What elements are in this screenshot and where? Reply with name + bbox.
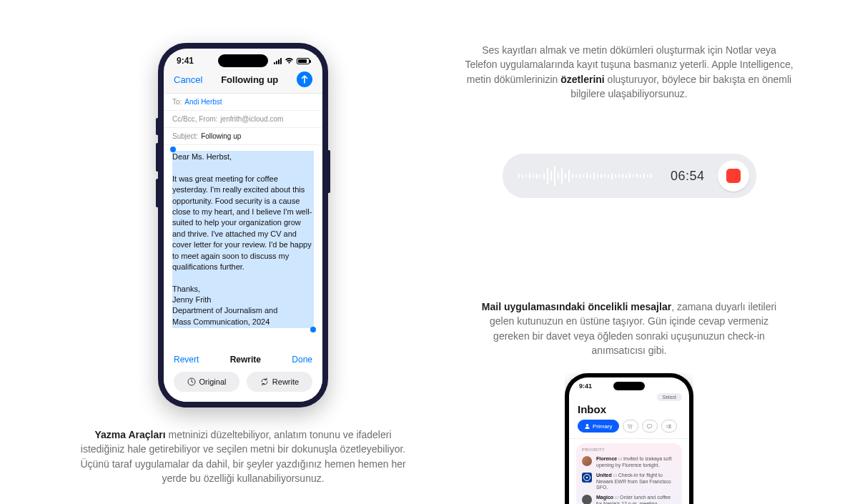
message-body: Florence ⊡ Invited to izakaya soft openi… bbox=[596, 456, 676, 468]
phone-mockup-inbox: 9:41 Select Inbox Primary PRIORITY bbox=[565, 373, 693, 504]
caption-recordings-bold: özetlerini bbox=[560, 74, 604, 85]
message-from: United bbox=[596, 473, 612, 478]
svg-point-1 bbox=[586, 424, 589, 427]
dynamic-island bbox=[613, 382, 645, 390]
clock-icon bbox=[187, 377, 196, 386]
inbox-screen: 9:41 Select Inbox Primary PRIORITY bbox=[569, 377, 689, 504]
svg-rect-4 bbox=[647, 425, 651, 428]
compose-title: Following up bbox=[221, 74, 278, 85]
cc-field[interactable]: Cc/Bcc, From: jenfrith@icloud.com bbox=[164, 111, 322, 128]
message-from: Magico bbox=[596, 495, 613, 500]
rewrite-label: Rewrite bbox=[272, 377, 299, 386]
select-button[interactable]: Select bbox=[657, 393, 682, 401]
status-icons bbox=[274, 57, 310, 64]
megaphone-icon bbox=[666, 423, 672, 430]
message-from: Florence bbox=[596, 456, 617, 461]
filter-cart[interactable] bbox=[623, 420, 638, 433]
selected-text: Dear Ms. Herbst, It was great meeting fo… bbox=[172, 151, 314, 328]
send-button[interactable] bbox=[297, 71, 312, 87]
refresh-icon bbox=[260, 377, 269, 386]
rewrite-toolbar: Revert Rewrite Done bbox=[164, 347, 322, 372]
filter-flag[interactable] bbox=[661, 420, 677, 433]
stop-record-button[interactable] bbox=[718, 160, 749, 192]
done-button[interactable]: Done bbox=[292, 355, 312, 365]
cart-icon bbox=[627, 423, 633, 430]
cc-label: Cc/Bcc, From: bbox=[172, 115, 217, 123]
subject-field[interactable]: Subject: Following up bbox=[164, 128, 322, 145]
priority-message[interactable]: Florence ⊡ Invited to izakaya soft openi… bbox=[582, 454, 676, 470]
original-chip[interactable]: Original bbox=[174, 372, 239, 392]
message-body: Magico ⊡ Order lunch and coffee for Nest… bbox=[596, 495, 676, 504]
recorder-widget: 06:54 bbox=[503, 154, 756, 198]
filter-news[interactable] bbox=[642, 420, 658, 433]
cancel-button[interactable]: Cancel bbox=[174, 74, 202, 85]
status-time: 9:41 bbox=[177, 56, 194, 66]
wifi-icon bbox=[285, 57, 294, 64]
rewrite-chips: Original Rewrite bbox=[164, 372, 322, 402]
right-column: Ses kayıtları almak ve metin dökümleri o… bbox=[429, 43, 829, 504]
compose-nav: Cancel Following up bbox=[164, 67, 322, 94]
battery-icon bbox=[297, 58, 310, 64]
avatar bbox=[582, 495, 592, 504]
subject-value: Following up bbox=[201, 132, 241, 140]
phone-mockup-inbox-clip: 9:41 Select Inbox Primary PRIORITY bbox=[565, 373, 693, 504]
message-body[interactable]: Dear Ms. Herbst, It was great meeting fo… bbox=[164, 145, 322, 347]
rewrite-title: Rewrite bbox=[230, 355, 261, 365]
waveform bbox=[518, 165, 658, 187]
to-label: To: bbox=[172, 98, 182, 106]
phone-screen: 9:41 Cancel Following up To: Andi Herbst bbox=[164, 49, 322, 402]
filter-primary-label: Primary bbox=[593, 423, 613, 430]
avatar bbox=[582, 456, 592, 466]
phone-mockup-mail: 9:41 Cancel Following up To: Andi Herbst bbox=[158, 43, 328, 407]
body-signoff: Thanks, Jenny Frith Department of Journa… bbox=[172, 285, 277, 326]
priority-message[interactable]: Magico ⊡ Order lunch and coffee for Nest… bbox=[582, 493, 676, 504]
original-label: Original bbox=[199, 377, 227, 386]
caption-writing-tools: Yazma Araçları metninizi düzeltebiliyor,… bbox=[79, 428, 407, 485]
filter-primary[interactable]: Primary bbox=[578, 420, 619, 433]
priority-message[interactable]: United ⊡ Check-in for flight to Newark E… bbox=[582, 470, 676, 493]
body-main: It was great meeting for coffee yesterda… bbox=[172, 174, 312, 271]
svg-point-3 bbox=[631, 428, 632, 428]
caption-writing-tools-bold: Yazma Araçları bbox=[94, 429, 165, 440]
caption-priority-mail-bold: Mail uygulamasındaki öncelikli mesajlar bbox=[482, 301, 671, 312]
subject-label: Subject: bbox=[172, 132, 198, 140]
signal-icon bbox=[274, 58, 282, 64]
chat-icon bbox=[646, 423, 653, 430]
selection-handle-start[interactable] bbox=[170, 147, 176, 152]
status-time: 9:41 bbox=[579, 382, 592, 390]
selection-handle-end[interactable] bbox=[310, 327, 316, 332]
avatar bbox=[582, 473, 592, 483]
priority-label: PRIORITY bbox=[582, 448, 676, 452]
revert-button[interactable]: Revert bbox=[174, 355, 199, 365]
body-greeting: Dear Ms. Herbst, bbox=[172, 152, 232, 161]
priority-card: PRIORITY Florence ⊡ Invited to izakaya s… bbox=[576, 443, 682, 504]
left-column: 9:41 Cancel Following up To: Andi Herbst bbox=[79, 43, 407, 485]
caption-recordings: Ses kayıtları almak ve metin dökümleri o… bbox=[465, 43, 794, 101]
caption-priority-mail: Mail uygulamasındaki öncelikli mesajlar,… bbox=[472, 300, 786, 357]
recording-time: 06:54 bbox=[671, 169, 705, 184]
inbox-filters: Primary bbox=[569, 420, 689, 437]
svg-point-2 bbox=[629, 428, 630, 428]
to-value: Andi Herbst bbox=[184, 98, 222, 106]
cc-value: jenfrith@icloud.com bbox=[220, 115, 283, 123]
to-field[interactable]: To: Andi Herbst bbox=[164, 94, 322, 111]
rewrite-chip[interactable]: Rewrite bbox=[247, 372, 312, 392]
dynamic-island bbox=[218, 54, 268, 67]
stop-icon bbox=[726, 169, 741, 183]
message-body: United ⊡ Check-in for flight to Newark E… bbox=[596, 473, 676, 490]
person-icon bbox=[584, 423, 590, 430]
